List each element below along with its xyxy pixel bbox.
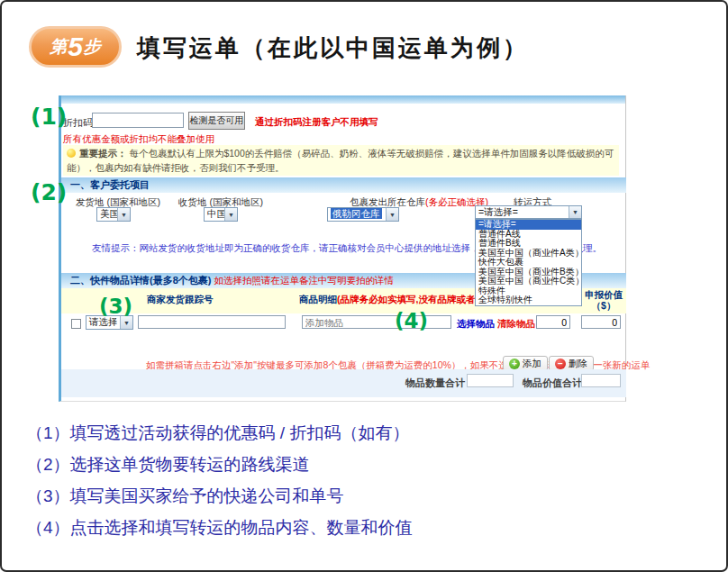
transfer-option[interactable]: 全球特别快件	[476, 295, 581, 305]
transfer-option[interactable]: 美国至中国（商业件B类）	[476, 268, 581, 277]
instruction-line-1: （1）填写透过活动获得的优惠码 / 折扣码（如有）	[26, 417, 413, 449]
section2-title-note: 如选择拍照请在运单备注中写明要拍的详情	[214, 275, 395, 286]
totals-qty-label: 物品数量合计：	[405, 377, 475, 390]
warehouse-select[interactable]: 俄勒冈仓库 ▼	[327, 207, 399, 222]
annotation-4: (4)	[395, 309, 428, 332]
ship-to-select[interactable]: 中国 ▼	[204, 207, 238, 222]
select-item-link[interactable]: 选择物品	[457, 318, 495, 331]
discount-code-input[interactable]	[92, 113, 184, 128]
transfer-option[interactable]: =请选择=	[476, 220, 581, 230]
step-badge-prefix: 第	[50, 35, 67, 59]
step-badge-number: 5	[68, 33, 83, 60]
transfer-option[interactable]: 普通件A线	[476, 230, 581, 240]
quantity-input[interactable]	[536, 315, 570, 329]
tracking-number-input[interactable]	[138, 315, 286, 329]
col-value-header: 申报价值（$）	[582, 289, 625, 311]
important-notice-text1: 每个包裹默认有上限为$100的丢件赔偿（易碎品、奶粉、液体等无破损赔偿，建议选择…	[67, 148, 614, 173]
ship-from-select[interactable]: 美国 ▼	[96, 207, 131, 222]
discount-inline-note: 通过折扣码注册客户不用填写	[255, 116, 378, 129]
instruction-list: （1）填写透过活动获得的优惠码 / 折扣码（如有） （2）选择这单货物要转运的路…	[26, 417, 413, 543]
waybill-form-screenshot: 折扣码: 检测是否可用 通过折扣码注册客户不用填写 所有优惠金额或折扣均不能叠加…	[59, 95, 626, 402]
dropdown-arrow-icon: ▼	[117, 208, 130, 221]
check-discount-button[interactable]: 检测是否可用	[188, 112, 245, 130]
discount-below-note: 所有优惠金额或折扣均不能叠加使用	[63, 133, 214, 146]
form-top-bar	[61, 95, 625, 104]
annotation-2: (2)	[31, 179, 67, 205]
instruction-line-2: （2）选择这单货物要转运的路线渠道	[26, 449, 413, 480]
transfer-method-option-list: =请选择=普通件A线普通件B线美国至中国（商业件A类）快件大包裹美国至中国（商业…	[475, 219, 582, 306]
lightbulb-icon	[67, 149, 76, 158]
totals-value-input[interactable]	[581, 374, 621, 387]
totals-qty-input[interactable]	[467, 374, 514, 387]
transfer-option[interactable]: 快件大包裹	[476, 258, 581, 268]
transfer-option[interactable]: 美国至中国（商业件C类）	[476, 277, 581, 286]
clear-item-link[interactable]: 清除物品	[497, 318, 535, 331]
annotation-1: (1)	[31, 104, 67, 130]
add-icon: +	[509, 359, 520, 369]
instruction-line-3: （3）填写美国买家给予的快递公司和单号	[26, 480, 413, 512]
declared-value-input[interactable]	[581, 315, 621, 329]
transfer-option[interactable]: 特殊件	[476, 286, 581, 296]
important-notice-text2: 我们不予受理。	[218, 162, 285, 173]
step-badge-suffix: 步	[84, 35, 101, 59]
dropdown-arrow-icon: ▼	[386, 208, 398, 221]
transfer-option[interactable]: 普通件B线	[476, 239, 581, 249]
dropdown-arrow-icon: ▼	[120, 316, 132, 329]
remove-icon: −	[555, 359, 566, 369]
add-item-input[interactable]	[302, 315, 451, 329]
friendly-tip-tail: 理。	[583, 242, 602, 255]
section1-header: 一、客户委托项目	[61, 177, 626, 193]
transfer-method-select[interactable]: =请选择= ▼	[475, 205, 582, 219]
step-badge: 第5步	[29, 26, 122, 68]
page: 第5步 填写运单（在此以中国运单为例） 折扣码: 检测是否可用 通过折扣码注册客…	[0, 0, 728, 572]
important-notice: 重要提示： 每个包裹默认有上限为$100的丢件赔偿（易碎品、奶粉、液体等无破损赔…	[63, 145, 619, 176]
dropdown-arrow-icon: ▼	[224, 208, 237, 221]
annotation-3: (3)	[99, 295, 132, 318]
transfer-option[interactable]: 美国至中国（商业件A类）	[476, 249, 581, 259]
section2-title: 二、快件物品详情(最多8个包裹)	[70, 275, 211, 286]
instruction-line-4: （4）点击选择和填写转运的物品内容、数量和价值	[26, 512, 413, 543]
discount-code-label: 折扣码:	[63, 116, 96, 130]
col-tracking-header: 商家发货跟踪号	[147, 294, 214, 306]
page-title: 填写运单（在此以中国运单为例）	[137, 32, 529, 64]
important-notice-label: 重要提示：	[79, 148, 127, 159]
dropdown-arrow-icon: ▼	[569, 206, 581, 218]
package-row-checkbox[interactable]	[71, 319, 81, 329]
